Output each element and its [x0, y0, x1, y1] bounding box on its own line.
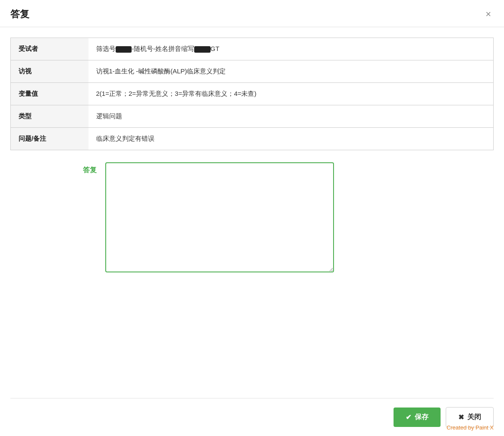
save-button[interactable]: ✔ 保存	[394, 408, 441, 427]
table-value-issue: 临床意义判定有错误	[88, 128, 494, 150]
table-label-visit: 访视	[11, 60, 88, 83]
table-value-variable: 2(1=正常；2=异常无意义；3=异常有临床意义；4=未查)	[88, 83, 494, 105]
reply-textarea[interactable]	[105, 162, 334, 272]
table-row: 问题/备注 临床意义判定有错误	[11, 128, 494, 150]
table-label-variable: 变量值	[11, 83, 88, 105]
close-label: 关闭	[467, 413, 481, 422]
blurred-text-2	[194, 46, 211, 53]
dialog-header: 答复 ×	[0, 0, 504, 27]
table-row: 变量值 2(1=正常；2=异常无意义；3=异常有临床意义；4=未查)	[11, 83, 494, 105]
dialog-close-button[interactable]: ×	[483, 9, 494, 20]
table-label-subject: 受试者	[11, 38, 88, 60]
table-value-visit: 访视1-血生化 -碱性磷酸酶(ALP)临床意义判定	[88, 60, 494, 83]
credit-text: Created by Paint X	[447, 424, 494, 431]
info-table: 受试者 筛选号 -随机号-姓名拼音缩写 GT 访视 访视1-血生化 -碱性磷酸酶…	[10, 38, 494, 150]
save-label: 保存	[415, 413, 428, 422]
table-label-issue: 问题/备注	[11, 128, 88, 150]
dialog-body: 受试者 筛选号 -随机号-姓名拼音缩写 GT 访视 访视1-血生化 -碱性磷酸酶…	[0, 27, 504, 398]
table-value-subject: 筛选号 -随机号-姓名拼音缩写 GT	[88, 38, 494, 60]
check-icon: ✔	[406, 413, 411, 421]
dialog-footer: ✔ 保存 ✖ 关闭	[0, 398, 504, 436]
table-row: 类型 逻辑问题	[11, 105, 494, 128]
table-row: 访视 访视1-血生化 -碱性磷酸酶(ALP)临床意义判定	[11, 60, 494, 83]
table-label-type: 类型	[11, 105, 88, 128]
dialog-title: 答复	[10, 8, 29, 21]
table-value-type: 逻辑问题	[88, 105, 494, 128]
dialog: 答复 × 受试者 筛选号 -随机号-姓名拼音缩写 GT 访视 访视1-血生化 -…	[0, 0, 504, 436]
reply-label: 答复	[62, 162, 97, 175]
blurred-text-1	[116, 46, 132, 53]
cross-icon: ✖	[458, 413, 464, 421]
reply-section: 答复	[10, 162, 494, 283]
table-row: 受试者 筛选号 -随机号-姓名拼音缩写 GT	[11, 38, 494, 60]
